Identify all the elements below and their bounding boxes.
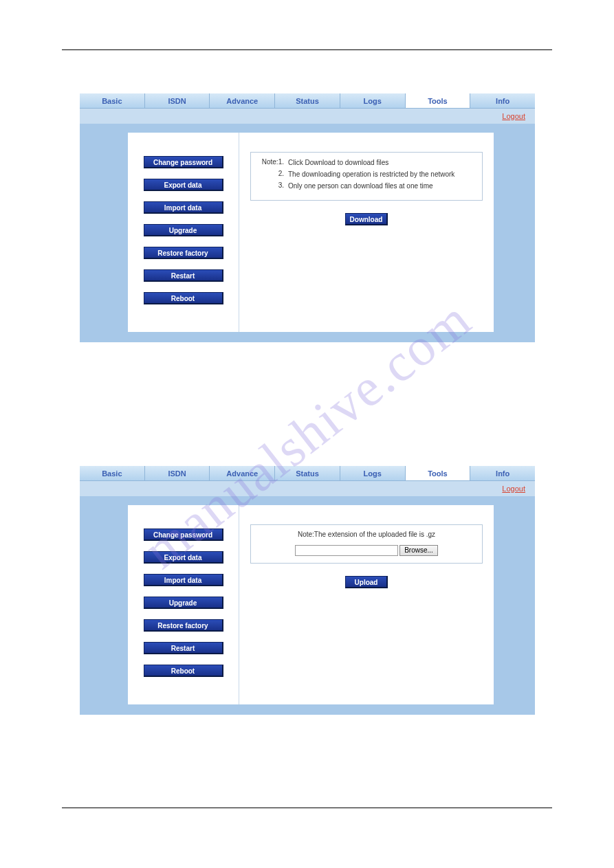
tab-info[interactable]: Info	[470, 93, 535, 108]
note-label: Note:1.	[258, 158, 288, 167]
sidebar-reboot[interactable]: Reboot	[144, 292, 223, 304]
tab-logs[interactable]: Logs	[340, 93, 406, 108]
workspace: Change password Export data Import data …	[128, 133, 494, 332]
tab-basic[interactable]: Basic	[80, 466, 145, 480]
sidebar-restore-factory[interactable]: Restore factory settings	[144, 247, 223, 259]
note-box: Note:The extension of the uploaded file …	[250, 524, 483, 564]
main-content: Note:The extension of the uploaded file …	[239, 505, 494, 704]
sidebar-export-data[interactable]: Export data	[144, 551, 223, 564]
sidebar-reboot[interactable]: Reboot	[144, 665, 223, 677]
sidebar-restart[interactable]: Restart	[144, 642, 223, 654]
sidebar-restore-factory[interactable]: Restore factory settings	[144, 619, 223, 632]
bottom-rule	[62, 808, 552, 808]
tab-status[interactable]: Status	[275, 93, 340, 108]
note-text: Note:The extension of the uploaded file …	[258, 531, 475, 538]
tab-isdn[interactable]: ISDN	[145, 466, 210, 480]
screenshot-export: Basic ISDN Advance Status Logs Tools Inf…	[80, 93, 535, 342]
note-text-3: Only one person can download files at on…	[288, 181, 475, 190]
download-button[interactable]: Download	[345, 213, 388, 225]
upload-button[interactable]: Upload	[345, 576, 388, 588]
sidebar-change-password[interactable]: Change password	[144, 156, 223, 168]
note-number-3: 3.	[258, 181, 288, 190]
workspace: Change password Export data Import data …	[128, 505, 494, 704]
note-text-2: The downloading operation is restricted …	[288, 170, 475, 179]
note-number-2: 2.	[258, 170, 288, 179]
file-path-input[interactable]	[295, 545, 398, 556]
tab-bar: Basic ISDN Advance Status Logs Tools Inf…	[80, 93, 535, 109]
sidebar-upgrade[interactable]: Upgrade	[144, 597, 223, 609]
tab-tools[interactable]: Tools	[406, 466, 471, 480]
sidebar-import-data[interactable]: Import data	[144, 201, 223, 214]
note-text-1: Click Download to download files	[288, 158, 475, 167]
tab-status[interactable]: Status	[275, 466, 340, 480]
sidebar-upgrade[interactable]: Upgrade	[144, 224, 223, 236]
sidebar-restart[interactable]: Restart	[144, 269, 223, 282]
tab-advance[interactable]: Advance	[210, 93, 275, 108]
sidebar-change-password[interactable]: Change password	[144, 528, 223, 541]
tab-bar: Basic ISDN Advance Status Logs Tools Inf…	[80, 466, 535, 481]
logout-row: Logout	[80, 109, 535, 124]
tab-info[interactable]: Info	[470, 466, 535, 480]
main-content: Note:1. Click Download to download files…	[239, 133, 494, 332]
screenshot-import: Basic ISDN Advance Status Logs Tools Inf…	[80, 466, 535, 715]
sidebar: Change password Export data Import data …	[128, 505, 239, 704]
tab-basic[interactable]: Basic	[80, 93, 145, 108]
sidebar-export-data[interactable]: Export data	[144, 179, 223, 191]
note-box: Note:1. Click Download to download files…	[250, 152, 483, 201]
tab-tools[interactable]: Tools	[406, 93, 471, 108]
browse-button[interactable]: Browse...	[399, 545, 438, 556]
tab-logs[interactable]: Logs	[340, 466, 406, 480]
sidebar: Change password Export data Import data …	[128, 133, 239, 332]
top-rule	[62, 49, 552, 50]
sidebar-import-data[interactable]: Import data	[144, 574, 223, 586]
file-chooser-row: Browse...	[258, 545, 475, 556]
tab-advance[interactable]: Advance	[210, 466, 275, 480]
tab-isdn[interactable]: ISDN	[145, 93, 210, 108]
logout-row: Logout	[80, 481, 535, 496]
logout-link[interactable]: Logout	[502, 485, 525, 493]
logout-link[interactable]: Logout	[502, 112, 525, 120]
